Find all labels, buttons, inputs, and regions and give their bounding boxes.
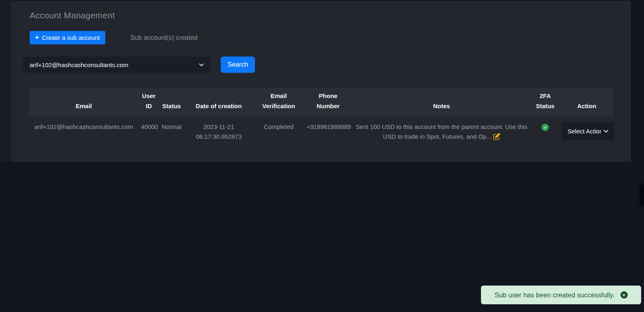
action-select-label: Select Action: [568, 127, 601, 136]
table-row: arif+102@hashcashconsultants.com 40000 N…: [29, 116, 614, 147]
header-phone-number: Phone Number: [304, 87, 352, 116]
user-id-cell: 40000: [139, 116, 159, 147]
actions-row: + Create a sub account Sub account(s) cr…: [30, 31, 631, 44]
sub-accounts-created-label: Sub account(s) created: [131, 34, 198, 41]
close-icon[interactable]: ✕: [620, 291, 628, 299]
notes-text: Sent 100 USD to this account from the pa…: [356, 123, 527, 140]
header-user-id: User ID: [139, 87, 159, 116]
edit-note-icon[interactable]: [493, 133, 500, 140]
action-select[interactable]: Select Action: [562, 122, 614, 140]
twofa-enabled-check-icon: ✓: [542, 124, 549, 131]
create-sub-account-button[interactable]: + Create a sub account: [30, 31, 105, 44]
header-email: Email: [29, 87, 139, 116]
table-header-row: Email User ID Status Date of creation Em…: [29, 87, 614, 116]
account-management-panel: Account Management + Create a sub accoun…: [11, 1, 631, 162]
header-email-verification: Email Verification: [253, 87, 304, 116]
twofa-status-cell: ✓: [531, 116, 559, 147]
header-date-of-creation: Date of creation: [184, 87, 253, 116]
plus-icon: +: [35, 34, 39, 41]
header-status: Status: [159, 87, 184, 116]
email-verification-cell: Completed: [253, 116, 304, 147]
status-cell: Normal: [159, 116, 184, 147]
account-select[interactable]: arif+102@hashcashconsultants.com: [23, 57, 211, 73]
create-sub-account-label: Create a sub account: [42, 34, 100, 41]
header-action: Action: [559, 87, 614, 116]
header-notes: Notes: [352, 87, 531, 116]
email-cell: arif+102@hashcashconsultants.com: [29, 116, 139, 147]
chevron-down-icon: [603, 128, 609, 134]
account-select-value: arif+102@hashcashconsultants.com: [30, 61, 128, 68]
page-title: Account Management: [30, 11, 631, 20]
header-2fa-status: 2FA Status: [531, 87, 559, 116]
date-of-creation-cell: 2023-11-21 06:17:30.652873: [184, 116, 253, 147]
sub-accounts-table: Email User ID Status Date of creation Em…: [29, 87, 614, 147]
left-gutter: [0, 0, 11, 162]
scrollbar-shadow: [640, 184, 644, 207]
notes-cell: Sent 100 USD to this account from the pa…: [352, 116, 531, 147]
search-row: arif+102@hashcashconsultants.com Search: [23, 57, 631, 73]
success-toast: Sub user has been created successfully. …: [481, 286, 641, 304]
chevron-down-icon: [198, 62, 205, 68]
phone-number-cell: +918961989889: [304, 116, 352, 147]
action-cell: Select Action: [559, 116, 614, 147]
toast-message: Sub user has been created successfully.: [494, 291, 614, 299]
search-button[interactable]: Search: [221, 57, 255, 73]
